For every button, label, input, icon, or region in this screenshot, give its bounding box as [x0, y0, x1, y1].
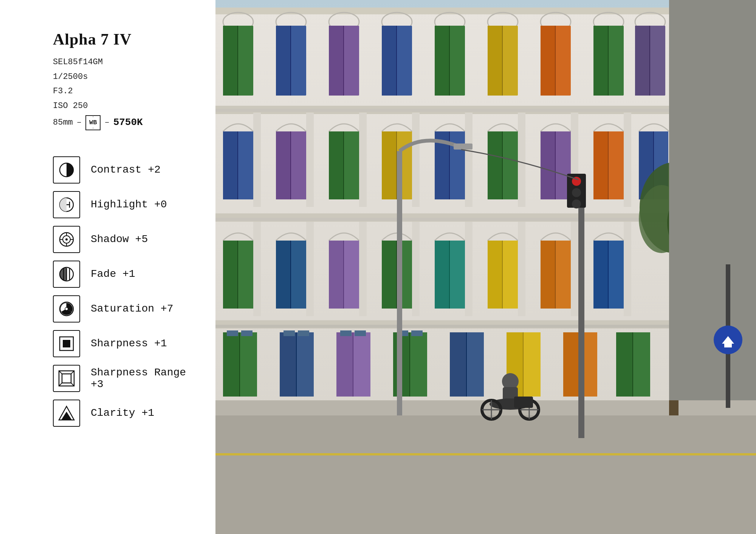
- svg-rect-121: [276, 241, 290, 309]
- adjustment-saturation: Saturation +7: [53, 293, 193, 325]
- svg-rect-52: [329, 26, 343, 96]
- saturation-label: Saturation +7: [91, 303, 173, 315]
- svg-rect-178: [454, 144, 472, 150]
- svg-rect-199: [669, 0, 756, 400]
- svg-rect-110: [306, 222, 314, 316]
- svg-point-183: [572, 199, 581, 208]
- svg-point-7: [65, 238, 68, 241]
- clarity-label: Clarity +1: [91, 407, 154, 419]
- svg-rect-155: [340, 330, 352, 336]
- sharpness-range-label: Sharpness Range +3: [91, 367, 193, 390]
- adjustment-clarity: Clarity +1: [53, 397, 193, 429]
- svg-rect-172: [616, 332, 632, 397]
- svg-rect-124: [329, 241, 343, 309]
- svg-point-182: [572, 188, 581, 197]
- svg-rect-64: [541, 26, 555, 96]
- svg-rect-179: [578, 174, 584, 438]
- svg-rect-111: [359, 222, 367, 316]
- svg-rect-146: [241, 330, 253, 336]
- highlight-icon: [53, 191, 80, 218]
- svg-rect-139: [593, 241, 608, 309]
- svg-rect-77: [465, 113, 472, 207]
- svg-rect-176: [215, 453, 756, 455]
- adjustment-fade: Fade +1: [53, 258, 193, 290]
- contrast-icon: [53, 156, 80, 184]
- shadow-icon: [53, 226, 80, 253]
- wb-value: 5750K: [113, 114, 143, 131]
- svg-rect-58: [435, 26, 449, 96]
- svg-rect-109: [253, 222, 261, 316]
- focal-length: 85mm: [53, 116, 73, 130]
- shadow-label: Shadow +5: [91, 233, 148, 245]
- svg-rect-156: [355, 330, 366, 336]
- svg-rect-148: [280, 332, 296, 397]
- svg-rect-197: [514, 397, 533, 408]
- svg-rect-169: [563, 332, 579, 397]
- svg-rect-127: [382, 241, 396, 309]
- camera-specs: SEL85f14GM 1/2500s F3.2 ISO 250 85mm – ·…: [53, 55, 193, 131]
- sharpness-range-icon: [53, 365, 80, 392]
- svg-rect-115: [571, 222, 578, 316]
- svg-rect-72: [215, 109, 669, 112]
- svg-rect-22: [62, 374, 71, 383]
- svg-rect-151: [298, 330, 309, 336]
- sharpness-icon: [53, 330, 80, 357]
- svg-rect-103: [593, 131, 608, 199]
- svg-rect-46: [223, 26, 237, 96]
- svg-rect-67: [593, 26, 608, 96]
- clarity-icon: [53, 400, 80, 427]
- svg-rect-85: [276, 131, 290, 199]
- svg-rect-163: [450, 332, 466, 397]
- camera-title: Alpha 7 IV: [53, 30, 193, 48]
- shutter-spec: 1/2500s: [53, 70, 193, 85]
- svg-rect-161: [411, 330, 423, 336]
- svg-rect-153: [336, 332, 353, 397]
- svg-rect-20: [63, 340, 70, 347]
- adjustment-highlight: Highlight +0: [53, 189, 193, 221]
- saturation-icon: [53, 295, 80, 323]
- svg-rect-73: [253, 113, 261, 207]
- svg-rect-70: [635, 26, 649, 96]
- svg-rect-113: [465, 222, 472, 316]
- building-scene: [215, 0, 756, 534]
- svg-rect-143: [223, 332, 239, 397]
- svg-rect-55: [382, 26, 396, 96]
- svg-rect-118: [223, 241, 237, 309]
- svg-rect-150: [284, 330, 295, 336]
- svg-point-18: [65, 307, 68, 310]
- svg-rect-145: [227, 330, 238, 336]
- adjustments-list: Contrast +2 Highlight +0: [53, 154, 193, 429]
- svg-rect-49: [276, 26, 290, 96]
- svg-rect-100: [541, 131, 555, 199]
- svg-rect-91: [382, 131, 396, 199]
- svg-rect-130: [435, 241, 449, 309]
- svg-rect-76: [412, 113, 420, 207]
- wb-icon: · WB ·: [85, 115, 101, 130]
- svg-rect-141: [215, 325, 669, 328]
- svg-rect-112: [412, 222, 420, 316]
- highlight-label: Highlight +0: [91, 199, 167, 210]
- svg-rect-74: [306, 113, 314, 207]
- fade-icon: [53, 261, 80, 288]
- contrast-label: Contrast +2: [91, 164, 161, 176]
- svg-rect-97: [488, 131, 502, 199]
- lens-spec: SEL85f14GM: [53, 55, 193, 70]
- svg-rect-75: [359, 113, 367, 207]
- svg-rect-175: [215, 415, 756, 534]
- svg-rect-133: [488, 241, 502, 309]
- adjustment-contrast: Contrast +2: [53, 154, 193, 186]
- adjustment-shadow: Shadow +5: [53, 224, 193, 255]
- svg-rect-61: [488, 26, 502, 96]
- svg-rect-88: [329, 131, 343, 199]
- photo-panel: [215, 0, 756, 534]
- svg-rect-80: [624, 113, 631, 207]
- aperture-spec: F3.2: [53, 84, 193, 99]
- svg-rect-116: [624, 222, 631, 316]
- svg-rect-82: [223, 131, 237, 199]
- left-panel: Alpha 7 IV SEL85f14GM 1/2500s F3.2 ISO 2…: [0, 0, 215, 534]
- adjustment-sharpness-range: Sharpness Range +3: [53, 363, 193, 394]
- sharpness-label: Sharpness +1: [91, 338, 167, 349]
- svg-rect-177: [397, 151, 402, 415]
- adjustment-sharpness: Sharpness +1: [53, 328, 193, 360]
- svg-rect-78: [518, 113, 525, 207]
